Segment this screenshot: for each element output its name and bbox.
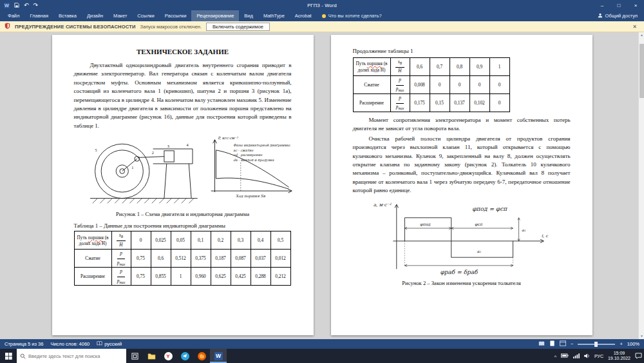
table-1-part-2: Путь поршня (в долях хода Н) sBH 0,6 0,7… bbox=[353, 57, 510, 112]
language-indicator[interactable]: РУС bbox=[594, 354, 603, 358]
table-cell: 0,175 bbox=[410, 94, 430, 112]
security-warning-text: Запуск макросов отключен. bbox=[140, 24, 202, 30]
tab-layout[interactable]: Макет bbox=[108, 10, 132, 21]
speaker-icon[interactable] bbox=[584, 353, 590, 359]
start-button[interactable] bbox=[0, 349, 17, 363]
table-1-caption: Таблица 1 – Данные для построения индика… bbox=[74, 222, 292, 229]
table-cell: 0,087 bbox=[231, 250, 251, 268]
tab-insert[interactable]: Вставка bbox=[53, 10, 82, 21]
table-cell: 0,008 bbox=[410, 76, 430, 94]
page-indicator[interactable]: Страница 5 из 36 bbox=[5, 341, 43, 347]
tab-review[interactable]: Рецензирование bbox=[191, 10, 239, 21]
math-fraction-p-pmax: ppmax bbox=[111, 250, 131, 268]
table-cell: 0,960 bbox=[191, 268, 211, 286]
table-row: Путь поршня (в долях хода Н) sBH 0 0,025… bbox=[74, 231, 290, 250]
system-tray: ^ РУС 15:09 19.10.2022 bbox=[554, 349, 644, 363]
table-cell: 0,05 bbox=[171, 231, 191, 250]
table-cell: 0,9 bbox=[469, 58, 489, 76]
scroll-up-icon[interactable]: ▲ bbox=[639, 32, 644, 38]
clock-time: 15:09 bbox=[608, 351, 630, 356]
svg-text:t, c: t, c bbox=[541, 233, 548, 238]
table-cell: 0,3 bbox=[231, 231, 251, 250]
table-cell: 0,375 bbox=[191, 250, 211, 268]
redo-icon[interactable]: ↷ bbox=[33, 3, 39, 8]
table-cell: 0,625 bbox=[211, 268, 231, 286]
share-label: Общий доступ bbox=[605, 13, 638, 19]
search-input[interactable] bbox=[28, 353, 118, 359]
share-button[interactable]: Общий доступ bbox=[591, 10, 644, 21]
tab-acrobat[interactable]: Acrobat bbox=[290, 10, 317, 21]
table-row: Расширение ppmax 0,75 0,855 1 0,960 0,62… bbox=[74, 268, 290, 286]
figure-2-image: a, м·с⁻² φпод = φсп φпод φсп a₁ a₂ t, c … bbox=[368, 198, 555, 277]
table-cell: 0,102 bbox=[469, 94, 489, 112]
enable-content-button[interactable]: Включить содержимое bbox=[206, 23, 270, 31]
table-cell: 1 bbox=[489, 58, 509, 76]
table-cell: 0,212 bbox=[270, 268, 290, 286]
tab-references[interactable]: Ссылки bbox=[132, 10, 159, 21]
table-cell: 1 bbox=[171, 268, 191, 286]
doc-paragraph: Двухтактный одноцилиндровый двигатель вн… bbox=[74, 61, 292, 130]
tab-file[interactable]: Файл bbox=[3, 10, 24, 21]
tab-home[interactable]: Главная bbox=[24, 10, 53, 21]
taskbar-icon-telegram[interactable] bbox=[176, 349, 193, 363]
zoom-slider[interactable] bbox=[578, 344, 615, 345]
table-row-label: Сжатие bbox=[353, 76, 390, 94]
proofing-language[interactable]: русский bbox=[97, 341, 122, 347]
undo-icon[interactable]: ↶ bbox=[24, 3, 29, 8]
close-button[interactable]: × bbox=[627, 0, 644, 10]
taskbar-search[interactable] bbox=[17, 349, 126, 363]
scroll-down-icon[interactable]: ▼ bbox=[639, 333, 644, 339]
title-bar: W ↶ ↷ РГПЗ - Word – □ × bbox=[0, 0, 644, 10]
taskbar-icon-explorer[interactable] bbox=[143, 349, 160, 363]
tell-me-box[interactable]: Что вы хотите сделать? bbox=[317, 10, 387, 21]
taskbar-icon-word[interactable]: W bbox=[210, 349, 227, 363]
document-page-1: ТЕХНИЧЕСКОЕ ЗАДАНИЕ Двухтактный одноцили… bbox=[52, 35, 314, 335]
table-cell: 0,75 bbox=[131, 268, 151, 286]
zoom-in-button[interactable]: + bbox=[620, 341, 622, 347]
taskbar-icon-firefox[interactable] bbox=[193, 349, 210, 363]
svg-text:2: 2 bbox=[151, 150, 153, 155]
table-cell: 0,7 bbox=[430, 58, 450, 76]
zoom-level[interactable]: 100% bbox=[627, 341, 639, 347]
table-row-label: Сжатие bbox=[74, 250, 111, 268]
table-cell: 0,5 bbox=[270, 231, 290, 250]
document-scrollbar[interactable]: ▲ ▼ bbox=[638, 32, 644, 339]
tab-mathtype[interactable]: MathType bbox=[258, 10, 290, 21]
word-count[interactable]: Число слов: 4060 bbox=[50, 341, 90, 347]
minimize-button[interactable]: – bbox=[594, 0, 611, 10]
table-cell: 0,288 bbox=[251, 268, 270, 286]
figure-1-caption: Рисунок 1 – Схема двигателя и индикаторн… bbox=[74, 211, 292, 217]
tab-mailings[interactable]: Рассылки bbox=[160, 10, 192, 21]
tray-chevron-icon[interactable]: ^ bbox=[554, 355, 556, 359]
table-row-label: Путь поршня (в долях хода Н) bbox=[74, 231, 111, 250]
table-cell: 0 bbox=[131, 231, 151, 250]
figure-1-image: 1 2 3 4 5 bbox=[74, 133, 296, 208]
taskbar-clock[interactable]: 15:09 19.10.2022 bbox=[608, 351, 630, 361]
battery-icon[interactable] bbox=[561, 353, 569, 358]
notification-center-icon[interactable] bbox=[635, 353, 642, 360]
table-cell: 0,855 bbox=[151, 268, 171, 286]
misspelled-word: поршня bbox=[367, 61, 383, 66]
status-bar-right: − + 100% bbox=[538, 340, 639, 348]
save-icon[interactable] bbox=[14, 3, 19, 8]
tab-view[interactable]: Вид bbox=[239, 10, 258, 21]
zoom-slider-thumb[interactable] bbox=[594, 342, 598, 347]
tab-design[interactable]: Дизайн bbox=[82, 10, 108, 21]
lightbulb-icon bbox=[322, 14, 326, 18]
word-window: W ↶ ↷ РГПЗ - Word – □ × Файл Главная Вст… bbox=[0, 0, 644, 363]
read-mode-icon[interactable] bbox=[538, 341, 545, 348]
doc-heading: ТЕХНИЧЕСКОЕ ЗАДАНИЕ bbox=[74, 48, 292, 55]
scrollbar-thumb[interactable] bbox=[639, 44, 644, 98]
taskbar-icon-yandex-browser[interactable]: Y bbox=[160, 349, 176, 363]
task-view-button[interactable] bbox=[126, 349, 143, 363]
network-icon[interactable] bbox=[573, 353, 580, 359]
web-layout-icon[interactable] bbox=[560, 340, 566, 348]
yandex-glyph: Y bbox=[164, 352, 173, 360]
zoom-out-button[interactable]: − bbox=[571, 341, 573, 347]
table-row-label: Расширение bbox=[353, 94, 390, 112]
quick-access-toolbar: W ↶ ↷ bbox=[0, 3, 38, 8]
message-bar-close-icon[interactable]: ✕ bbox=[630, 24, 639, 30]
maximize-button[interactable]: □ bbox=[611, 0, 627, 10]
print-layout-icon[interactable] bbox=[549, 340, 555, 348]
math-fraction-p-pmax: ppmax bbox=[111, 268, 131, 286]
